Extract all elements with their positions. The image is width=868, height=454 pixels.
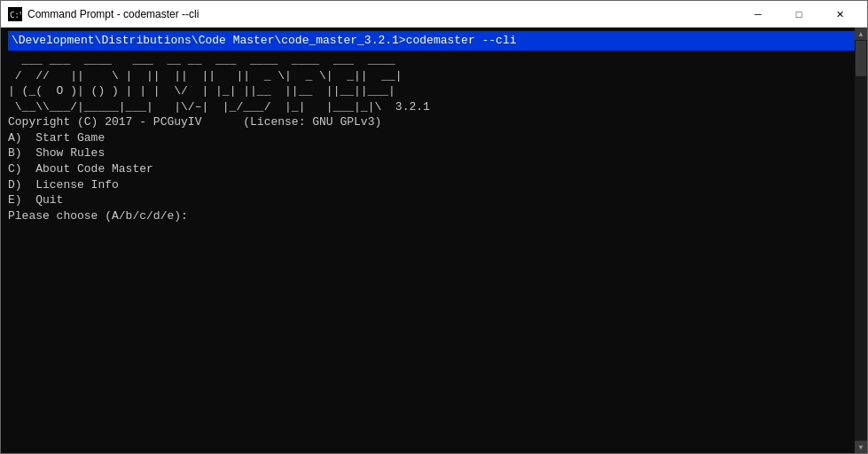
scroll-track bbox=[855, 40, 867, 441]
address-path: \Development\Distributions\Code Master\c… bbox=[12, 34, 517, 47]
ascii-line-1: ___ ___ ____ ___ __ __ ___ ____ ____ ___… bbox=[8, 52, 860, 68]
terminal-line: C) About Code Master bbox=[8, 161, 860, 177]
terminal-line: Copyright (C) 2017 - PCGuyIV (License: G… bbox=[8, 114, 860, 130]
terminal-line: A) Start Game bbox=[8, 130, 860, 146]
svg-text:C:\: C:\ bbox=[10, 11, 21, 20]
title-bar-left: C:\ Command Prompt - codemaster --cli bbox=[8, 7, 199, 21]
scrollbar: ▲ ▼ bbox=[855, 27, 867, 453]
terminal-line: D) License Info bbox=[8, 177, 860, 193]
minimize-button[interactable]: ─ bbox=[738, 1, 778, 27]
ascii-line-4: \__\\___/|_____|___| |\/–| |_/___/ |_| |… bbox=[8, 99, 860, 115]
window-title: Command Prompt - codemaster --cli bbox=[27, 8, 199, 20]
terminal-line: B) Show Rules bbox=[8, 145, 860, 161]
maximize-button[interactable]: □ bbox=[778, 1, 819, 27]
terminal-content[interactable]: ___ ___ ____ ___ __ __ ___ ____ ____ ___… bbox=[8, 52, 860, 223]
terminal-area: \Development\Distributions\Code Master\c… bbox=[1, 27, 867, 453]
ascii-line-3: | (_( O )| () ) | | | \/ | |_| ||__ ||__… bbox=[8, 83, 860, 99]
close-button[interactable]: ✕ bbox=[819, 1, 860, 27]
address-bar: \Development\Distributions\Code Master\c… bbox=[8, 31, 860, 51]
scroll-thumb[interactable] bbox=[856, 41, 866, 76]
scroll-down-button[interactable]: ▼ bbox=[855, 441, 867, 453]
cmd-icon: C:\ bbox=[8, 7, 22, 21]
terminal-line: E) Quit bbox=[8, 192, 860, 208]
title-bar: C:\ Command Prompt - codemaster --cli ─ … bbox=[1, 1, 867, 27]
ascii-line-2: / // || \ | || || || || _ \| _ \| _|| __… bbox=[8, 68, 860, 84]
terminal-line: Please choose (A/b/c/d/e): bbox=[8, 208, 860, 224]
window-controls: ─ □ ✕ bbox=[738, 1, 860, 27]
window: C:\ Command Prompt - codemaster --cli ─ … bbox=[0, 0, 868, 454]
scroll-up-button[interactable]: ▲ bbox=[855, 27, 867, 40]
